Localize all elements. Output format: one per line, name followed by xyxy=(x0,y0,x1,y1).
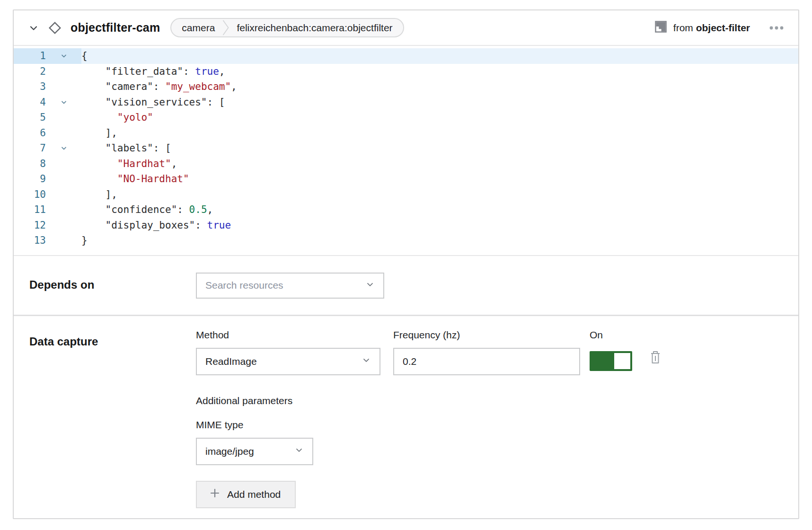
gutter: 4 xyxy=(14,95,81,110)
frequency-field: Frequency (hz) xyxy=(393,329,580,375)
code-line[interactable]: 1{ xyxy=(14,48,798,64)
method-select[interactable]: ReadImage xyxy=(196,348,380,375)
code-line[interactable]: 13} xyxy=(14,233,798,248)
frequency-input[interactable] xyxy=(393,348,580,375)
code-line[interactable]: 7 "labels": [ xyxy=(14,141,798,156)
line-number: 9 xyxy=(14,173,46,185)
fold-chevron-icon[interactable] xyxy=(46,98,81,106)
select-chevron-icon xyxy=(365,280,375,292)
gutter: 3 xyxy=(14,79,81,95)
method-label: Method xyxy=(196,329,380,341)
additional-parameters-label: Additional parameters xyxy=(196,395,784,406)
line-number: 1 xyxy=(14,50,46,62)
data-capture-section: Data capture Method ReadImage Frequency … xyxy=(14,315,798,525)
code-line[interactable]: 4 "vision_services": [ xyxy=(14,95,798,110)
select-chevron-icon xyxy=(294,445,304,457)
gutter: 13 xyxy=(14,233,81,248)
component-diamond-icon xyxy=(47,20,63,36)
from-module-text: from object-filter xyxy=(673,22,750,34)
depends-on-select[interactable]: Search resources xyxy=(196,273,384,299)
code-line-content: "display_boxes": true xyxy=(81,220,231,231)
depends-on-heading: Depends on xyxy=(29,273,196,298)
header-right: from object-filter xyxy=(655,21,784,35)
breadcrumb-chevron-icon xyxy=(222,18,229,37)
code-line[interactable]: 11 "confidence": 0.5, xyxy=(14,202,798,218)
line-number: 5 xyxy=(14,112,46,123)
capture-method-row: Method ReadImage Frequency (hz) On xyxy=(196,329,784,375)
code-line-content: "filter_data": true, xyxy=(81,66,225,77)
code-line[interactable]: 3 "camera": "my_webcam", xyxy=(14,79,798,95)
depends-on-placeholder: Search resources xyxy=(205,280,283,291)
code-line-content: "NO-Hardhat" xyxy=(81,173,189,185)
capture-toggle-field: On xyxy=(590,329,632,373)
code-line[interactable]: 12 "display_boxes": true xyxy=(14,218,798,233)
from-module-name: object-filter xyxy=(696,22,750,33)
data-capture-content: Method ReadImage Frequency (hz) On xyxy=(196,329,784,508)
card-header: objectfilter-cam camera felixreichenbach… xyxy=(14,10,798,46)
gutter: 7 xyxy=(14,141,81,156)
code-line[interactable]: 2 "filter_data": true, xyxy=(14,64,798,80)
select-chevron-icon xyxy=(362,355,371,367)
gutter: 11 xyxy=(14,202,81,218)
data-capture-heading: Data capture xyxy=(29,329,196,508)
code-line-content: "confidence": 0.5, xyxy=(81,204,213,215)
fold-chevron-icon[interactable] xyxy=(46,144,81,152)
code-line-content: "Hardhat", xyxy=(81,158,177,169)
line-number: 12 xyxy=(14,220,46,231)
line-number: 11 xyxy=(14,204,46,215)
gutter: 10 xyxy=(14,187,81,203)
code-line-content: "vision_services": [ xyxy=(81,97,225,108)
code-line-content: ], xyxy=(81,189,117,200)
line-number: 4 xyxy=(14,97,46,108)
depends-on-content: Search resources xyxy=(196,273,784,298)
add-method-label: Add method xyxy=(227,489,281,500)
page-title: objectfilter-cam xyxy=(71,21,160,35)
line-number: 8 xyxy=(14,158,46,169)
from-label: from xyxy=(673,22,693,33)
code-line-content: "yolo" xyxy=(81,112,153,123)
mime-type-select[interactable]: image/jpeg xyxy=(196,438,313,465)
depends-on-section: Depends on Search resources xyxy=(14,255,798,315)
line-number: 10 xyxy=(14,189,46,200)
code-line[interactable]: 8 "Hardhat", xyxy=(14,156,798,172)
code-line[interactable]: 9 "NO-Hardhat" xyxy=(14,171,798,187)
method-value: ReadImage xyxy=(205,356,257,367)
code-line[interactable]: 10 ], xyxy=(14,187,798,203)
method-field: Method ReadImage xyxy=(196,329,380,375)
resource-type-chip: camera felixreichenbach:camera:objectfil… xyxy=(170,18,404,37)
code-line[interactable]: 5 "yolo" xyxy=(14,110,798,125)
trash-icon[interactable] xyxy=(649,350,662,364)
gutter: 1 xyxy=(14,48,81,64)
code-line-content: } xyxy=(81,235,88,246)
code-line-content: ], xyxy=(81,127,117,139)
chip-model-label: felixreichenbach:camera:objectfilter xyxy=(237,22,392,34)
chip-type-label: camera xyxy=(182,22,215,34)
line-number: 2 xyxy=(14,66,46,77)
fold-chevron-icon[interactable] xyxy=(46,52,81,60)
json-config-editor[interactable]: 1{2 "filter_data": true,3 "camera": "my_… xyxy=(14,46,798,255)
plus-icon xyxy=(209,487,221,501)
mime-type-value: image/jpeg xyxy=(205,446,254,457)
gutter: 9 xyxy=(14,171,81,187)
line-number: 6 xyxy=(14,127,46,139)
code-line-content: "labels": [ xyxy=(81,142,171,154)
gutter: 6 xyxy=(14,125,81,141)
collapse-chevron-icon[interactable] xyxy=(28,22,39,34)
add-method-button[interactable]: Add method xyxy=(196,481,296,508)
gutter: 2 xyxy=(14,64,81,80)
capture-on-toggle[interactable] xyxy=(590,351,632,371)
code-line[interactable]: 6 ], xyxy=(14,125,798,141)
module-icon xyxy=(655,21,667,35)
gutter: 12 xyxy=(14,218,81,233)
gutter: 5 xyxy=(14,110,81,125)
on-label: On xyxy=(590,329,632,341)
code-line-content: { xyxy=(81,50,88,62)
toggle-knob xyxy=(614,353,630,369)
line-number: 3 xyxy=(14,81,46,92)
mime-type-label: MIME type xyxy=(196,419,784,431)
line-number: 7 xyxy=(14,142,46,154)
line-number: 13 xyxy=(14,235,46,246)
resource-card: objectfilter-cam camera felixreichenbach… xyxy=(13,9,799,519)
gutter: 8 xyxy=(14,156,81,172)
ellipsis-menu-icon[interactable] xyxy=(769,26,784,30)
